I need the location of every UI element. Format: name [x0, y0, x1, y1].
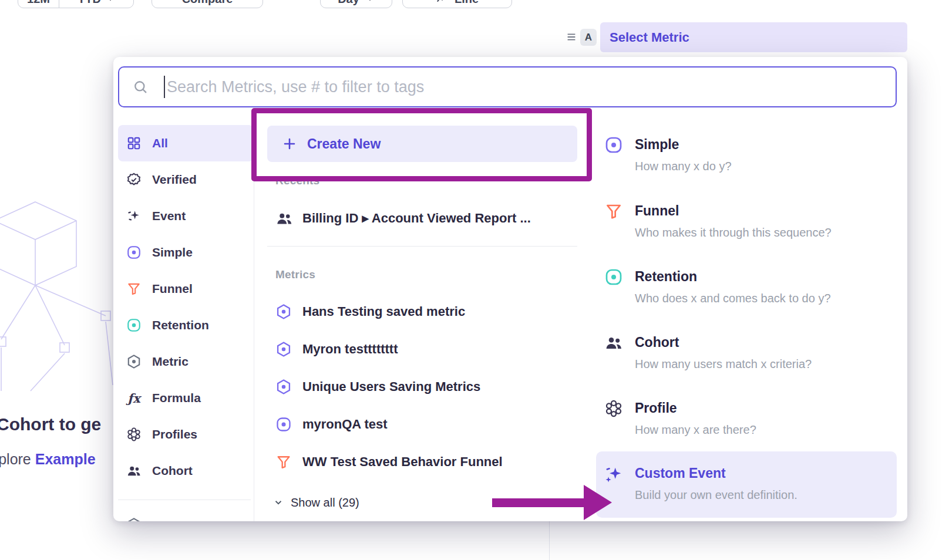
- empty-state-subtitle: Explore Example: [0, 451, 96, 468]
- type-desc: How many x do y?: [635, 158, 897, 174]
- decorative-wireframe: [0, 194, 123, 397]
- sidebar-item-label: All: [152, 136, 168, 150]
- simple-squircle-icon: [126, 245, 142, 260]
- compare-label: Compare: [182, 0, 233, 6]
- sidebar-item-label: Event: [152, 209, 186, 223]
- show-all-label: Show all (29): [291, 496, 359, 510]
- cohort-people-icon: [126, 463, 142, 478]
- type-title: Profile: [635, 399, 897, 417]
- search-box[interactable]: [118, 66, 897, 107]
- category-sidebar: All Verified Event Simple Funnel Retenti…: [118, 125, 254, 489]
- type-funnel[interactable]: Funnel Who makes it through this sequenc…: [596, 201, 897, 240]
- range-ytd-label: YTD: [78, 0, 101, 6]
- example-reports-link[interactable]: Example: [35, 451, 96, 467]
- funnel-icon: [275, 454, 292, 470]
- metric-hexagon-icon: [126, 517, 142, 521]
- sidebar-item-label: Funnel: [152, 282, 193, 296]
- sidebar-item-all[interactable]: All: [118, 125, 254, 161]
- list-item[interactable]: Myron testttttttt: [267, 330, 577, 368]
- sidebar-item-verified[interactable]: Verified: [118, 161, 254, 198]
- sidebar-item-label: Simple: [152, 245, 193, 259]
- list-item-label: WW Test Saved Behavior Funnel: [302, 454, 503, 470]
- annotation-rectangle: [251, 108, 592, 181]
- show-all-button[interactable]: Show all (29): [273, 494, 359, 511]
- range-12m-button[interactable]: 12M: [18, 0, 59, 8]
- type-desc: How many x are there?: [635, 422, 897, 437]
- search-input[interactable]: [167, 78, 896, 96]
- sidebar-item-partial[interactable]: [118, 507, 142, 521]
- chevron-down-icon: [273, 497, 284, 508]
- metric-hexagon-icon: [275, 303, 292, 320]
- type-title: Funnel: [635, 201, 897, 220]
- formula-fx-icon: ƒx: [126, 391, 142, 406]
- sidebar-item-metric[interactable]: Metric: [118, 343, 254, 380]
- sidebar-item-formula[interactable]: ƒx Formula: [118, 380, 254, 416]
- range-ytd-button[interactable]: YTD: [59, 0, 133, 8]
- verified-badge-icon: [126, 172, 142, 187]
- empty-state-title: Cohort to ge: [0, 414, 101, 434]
- sidebar-item-retention[interactable]: Retention: [118, 307, 254, 343]
- sidebar-item-label: Metric: [152, 355, 189, 369]
- chevron-down-icon: [365, 0, 375, 4]
- chevron-down-icon: [106, 0, 115, 4]
- compare-button[interactable]: Compare: [152, 0, 263, 8]
- recent-item-label: Billing ID ▸ Account Viewed Report ...: [302, 211, 531, 226]
- type-desc: Who makes it through this sequence?: [635, 225, 897, 240]
- drag-handle-icon[interactable]: [565, 31, 578, 43]
- list-item[interactable]: Hans Testing saved metric: [267, 293, 577, 330]
- chart-type-line-button[interactable]: Line: [402, 0, 512, 8]
- type-title: Simple: [635, 135, 897, 154]
- sidebar-item-label: Retention: [152, 318, 209, 332]
- sidebar-item-funnel[interactable]: Funnel: [118, 271, 254, 307]
- type-profile[interactable]: Profile How many x are there?: [596, 399, 897, 437]
- type-desc: Who does x and comes back to do y?: [635, 291, 897, 306]
- saved-metrics-list: Hans Testing saved metric Myron testtttt…: [267, 293, 577, 481]
- type-custom-event[interactable]: Custom Event Build your own event defini…: [596, 451, 897, 518]
- simple-squircle-icon: [604, 136, 623, 154]
- cohort-people-icon: [604, 333, 623, 352]
- list-item[interactable]: myronQA test: [267, 406, 577, 443]
- select-metric-button[interactable]: Select Metric: [600, 22, 907, 52]
- type-title: Cohort: [635, 333, 897, 352]
- type-title: Custom Event: [635, 464, 897, 483]
- type-simple[interactable]: Simple How many x do y?: [596, 135, 897, 174]
- sidebar-item-cohort[interactable]: Cohort: [118, 453, 254, 489]
- sidebar-item-label: Formula: [152, 391, 201, 405]
- sidebar-item-simple[interactable]: Simple: [118, 234, 254, 271]
- date-range-group: 12M YTD: [18, 0, 134, 8]
- annotation-arrow-head: [584, 485, 612, 520]
- line-chart-icon: [436, 0, 449, 5]
- funnel-icon: [604, 202, 623, 221]
- page: 12M YTD Compare Day Line A Select Metric…: [0, 0, 949, 560]
- type-cohort[interactable]: Cohort How many users match x criteria?: [596, 333, 897, 372]
- type-retention[interactable]: Retention Who does x and comes back to d…: [596, 267, 897, 306]
- list-item[interactable]: WW Test Saved Behavior Funnel: [267, 443, 577, 481]
- metrics-header: Metrics: [275, 268, 315, 281]
- search-icon: [132, 79, 149, 95]
- custom-event-spark-icon: [604, 465, 623, 484]
- metric-hexagon-icon: [275, 379, 292, 395]
- line-label: Line: [455, 0, 479, 6]
- list-item[interactable]: Unique Users Saving Metrics: [267, 368, 577, 406]
- sidebar-divider: [118, 500, 251, 500]
- recent-item[interactable]: Billing ID ▸ Account Viewed Report ...: [267, 205, 577, 232]
- explore-text: Explore: [0, 451, 31, 467]
- granularity-day-button[interactable]: Day: [320, 0, 392, 8]
- text-cursor: [164, 76, 165, 98]
- metric-hexagon-icon: [275, 341, 292, 357]
- range-12m-label: 12M: [27, 0, 50, 6]
- profiles-flower-icon: [604, 399, 623, 418]
- sidebar-item-label: Verified: [152, 173, 197, 187]
- metric-hexagon-icon: [126, 354, 142, 369]
- panel-divider: [549, 519, 550, 560]
- annotation-arrow-shaft: [492, 498, 584, 507]
- profiles-flower-icon: [126, 427, 142, 442]
- retention-squircle-icon: [126, 318, 142, 333]
- series-a-badge: A: [580, 29, 597, 46]
- type-desc: Build your own event definition.: [635, 487, 897, 502]
- sidebar-item-profiles[interactable]: Profiles: [118, 416, 254, 453]
- type-desc: How many users match x criteria?: [635, 356, 897, 372]
- sidebar-item-label: Profiles: [152, 427, 197, 441]
- simple-squircle-icon: [275, 416, 292, 433]
- sidebar-item-event[interactable]: Event: [118, 198, 254, 234]
